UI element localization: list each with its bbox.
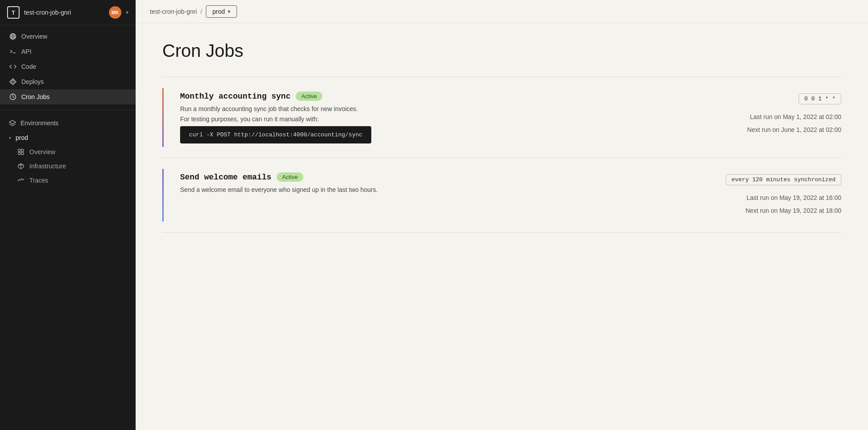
topbar-separator: / (201, 8, 202, 15)
cron-job-title-row: Monthly accounting sync Active (180, 92, 699, 101)
clock-icon (9, 93, 17, 100)
sidebar-item-code-label: Code (21, 63, 36, 70)
sidebar-item-infrastructure[interactable]: Infrastructure (0, 159, 136, 173)
cron-job-description: Run a monthly accounting sync job that c… (180, 104, 699, 114)
sidebar-project-name: test-cron-job-gnri (24, 9, 104, 16)
svg-marker-10 (9, 120, 16, 124)
status-badge: Active (277, 172, 303, 182)
next-run: Next run on May 19, 2022 at 18:00 (699, 205, 841, 216)
sidebar-item-api[interactable]: API (0, 44, 136, 59)
sidebar-item-overview[interactable]: Overview (0, 29, 136, 44)
cron-command: curl -X POST http://localhost:4000/accou… (180, 126, 371, 143)
cron-job-info: Send welcome emails Active Send a welcom… (171, 172, 699, 196)
cron-meta-text: Last run on May 1, 2022 at 02:00 Next ru… (699, 111, 841, 135)
cron-job-title-row: Send welcome emails Active (180, 172, 699, 182)
chevron-down-icon: ▾ (228, 8, 230, 15)
status-badge: Active (296, 92, 322, 101)
job-accent-bar (162, 88, 164, 147)
cron-job-card: Monthly accounting sync Active Run a mon… (162, 77, 841, 158)
sidebar-item-deploys-label: Deploys (21, 78, 44, 85)
cron-job-card: Send welcome emails Active Send a welcom… (162, 158, 841, 233)
content-area: Cron Jobs Monthly accounting sync Active… (136, 23, 868, 430)
cron-job-title: Send welcome emails (180, 173, 271, 182)
sidebar-item-api-label: API (21, 48, 32, 55)
cron-jobs-list: Monthly accounting sync Active Run a mon… (162, 77, 841, 233)
grid-icon (17, 148, 25, 155)
traces-icon (17, 177, 25, 184)
env-selector[interactable]: prod ▾ (206, 5, 237, 18)
nav-divider (0, 110, 136, 110)
cron-job-info: Monthly accounting sync Active Run a mon… (171, 92, 699, 143)
environments-header[interactable]: Environments (0, 115, 136, 131)
deploy-icon (9, 78, 17, 85)
job-accent-bar (162, 169, 164, 222)
api-icon (9, 48, 17, 55)
sidebar-header: T test-cron-job-gnri MK ▾ (0, 0, 136, 25)
cron-job-manual-label: For testing purposes, you can run it man… (180, 115, 699, 123)
sidebar-logo: T (7, 6, 20, 19)
main-content: test-cron-job-gnri / prod ▾ Cron Jobs Mo… (136, 0, 868, 430)
sidebar-item-deploys[interactable]: Deploys (0, 74, 136, 89)
cron-job-title: Monthly accounting sync (180, 92, 290, 101)
sidebar-item-infrastructure-label: Infrastructure (29, 163, 66, 170)
cron-job-description: Send a welcome email to everyone who sig… (180, 185, 699, 195)
sidebar-item-prod-overview[interactable]: Overview (0, 145, 136, 159)
last-run: Last run on May 19, 2022 at 16:00 (699, 192, 841, 203)
svg-rect-12 (21, 149, 24, 151)
sidebar: T test-cron-job-gnri MK ▾ Overview (0, 0, 136, 430)
svg-line-9 (13, 97, 14, 98)
env-selector-value: prod (213, 8, 225, 15)
cube-icon (17, 163, 25, 170)
sidebar-item-cron-jobs[interactable]: Cron Jobs (0, 89, 136, 104)
cron-meta-text: Last run on May 19, 2022 at 16:00 Next r… (699, 192, 841, 216)
next-run: Next run on June 1, 2022 at 02:00 (699, 124, 841, 135)
cron-schedule: every 120 minutes synchronized (726, 174, 841, 185)
chevron-down-icon: ▾ (9, 135, 11, 140)
sidebar-item-code[interactable]: Code (0, 59, 136, 74)
topbar: test-cron-job-gnri / prod ▾ (136, 0, 868, 23)
globe-icon (9, 33, 17, 40)
svg-rect-14 (21, 152, 24, 155)
environments-section: Environments ▾ prod Overview (0, 112, 136, 191)
code-icon (9, 63, 17, 70)
prod-env-header[interactable]: ▾ prod (0, 131, 136, 145)
environments-label: Environments (20, 119, 59, 127)
sidebar-item-traces-label: Traces (29, 177, 48, 184)
last-run: Last run on May 1, 2022 at 02:00 (699, 111, 841, 123)
cron-job-meta: every 120 minutes synchronized Last run … (699, 172, 841, 218)
layers-icon (9, 119, 16, 127)
cron-schedule: 0 0 1 * * (799, 93, 841, 104)
sidebar-item-cron-jobs-label: Cron Jobs (21, 93, 50, 100)
prod-env-label: prod (16, 134, 28, 141)
prod-sub-items: Overview Infrastructure (0, 145, 136, 187)
page-title: Cron Jobs (162, 41, 841, 61)
avatar: MK (109, 6, 121, 19)
cron-job-meta: 0 0 1 * * Last run on May 1, 2022 at 02:… (699, 92, 841, 137)
sidebar-item-traces[interactable]: Traces (0, 173, 136, 187)
main-nav: Overview API Code (0, 25, 136, 108)
svg-rect-13 (18, 152, 20, 155)
sidebar-item-prod-overview-label: Overview (29, 148, 55, 155)
svg-rect-11 (18, 149, 20, 151)
sidebar-item-overview-label: Overview (21, 33, 47, 40)
topbar-project: test-cron-job-gnri (150, 8, 197, 15)
svg-point-6 (12, 80, 14, 83)
chevron-down-icon[interactable]: ▾ (126, 9, 129, 16)
